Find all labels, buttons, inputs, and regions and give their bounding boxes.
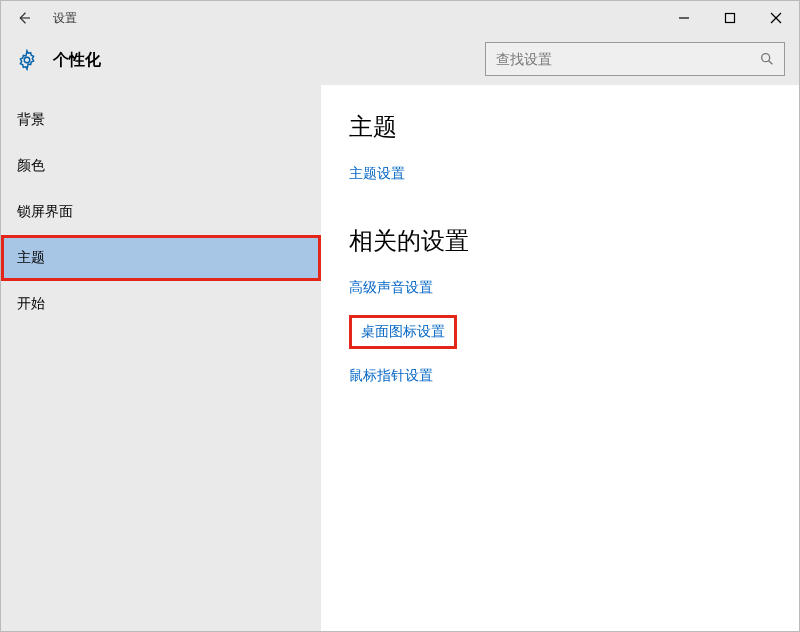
search-icon (750, 51, 784, 67)
svg-point-4 (24, 57, 30, 63)
main: 背景 颜色 锁屏界面 主题 开始 主题 主题设置 相关的设置 高级声音设置 桌面… (1, 85, 799, 631)
link-desktop-icons[interactable]: 桌面图标设置 (349, 315, 457, 349)
sidebar: 背景 颜色 锁屏界面 主题 开始 (1, 85, 321, 631)
sidebar-item-label: 颜色 (17, 157, 45, 173)
sidebar-item-label: 锁屏界面 (17, 203, 73, 219)
content-heading: 主题 (349, 111, 771, 143)
header: 个性化 (1, 35, 799, 85)
maximize-icon (724, 12, 736, 24)
close-button[interactable] (753, 1, 799, 35)
gear-icon (15, 48, 39, 72)
sidebar-item-start[interactable]: 开始 (1, 281, 321, 327)
sidebar-item-colors[interactable]: 颜色 (1, 143, 321, 189)
svg-rect-1 (726, 14, 735, 23)
svg-point-5 (762, 54, 770, 62)
back-arrow-icon (15, 9, 33, 27)
sidebar-item-lockscreen[interactable]: 锁屏界面 (1, 189, 321, 235)
search-box[interactable] (485, 42, 785, 76)
minimize-button[interactable] (661, 1, 707, 35)
sidebar-item-label: 主题 (17, 249, 45, 265)
link-mouse-pointer[interactable]: 鼠标指针设置 (349, 363, 433, 389)
search-input[interactable] (486, 51, 750, 67)
sidebar-item-themes[interactable]: 主题 (1, 235, 321, 281)
page-title: 个性化 (53, 50, 101, 71)
titlebar: 设置 (1, 1, 799, 35)
minimize-icon (678, 12, 690, 24)
related-heading: 相关的设置 (349, 225, 771, 257)
content: 主题 主题设置 相关的设置 高级声音设置 桌面图标设置 鼠标指针设置 (321, 85, 799, 631)
window-title: 设置 (53, 10, 77, 27)
close-icon (770, 12, 782, 24)
back-button[interactable] (1, 1, 47, 35)
svg-line-6 (769, 61, 773, 65)
link-advanced-sound[interactable]: 高级声音设置 (349, 275, 433, 301)
sidebar-item-label: 背景 (17, 111, 45, 127)
link-theme-settings[interactable]: 主题设置 (349, 161, 405, 187)
window-controls (661, 1, 799, 35)
sidebar-item-background[interactable]: 背景 (1, 97, 321, 143)
maximize-button[interactable] (707, 1, 753, 35)
sidebar-item-label: 开始 (17, 295, 45, 311)
